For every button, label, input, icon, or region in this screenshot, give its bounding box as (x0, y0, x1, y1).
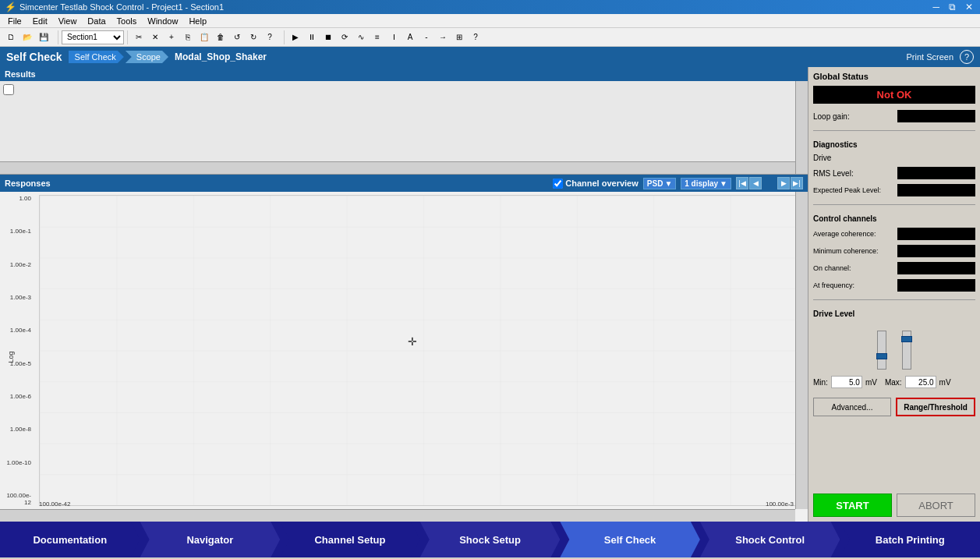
tb-btn5[interactable]: 📋 (196, 30, 212, 45)
nav-first-btn[interactable]: |◀ (736, 177, 748, 189)
tb-btn6[interactable]: 🗑 (213, 30, 228, 45)
sep2 (813, 204, 975, 205)
nav-shock-control[interactable]: Shock Control (700, 522, 840, 557)
tb-r5[interactable]: ∿ (353, 30, 369, 45)
tb-btn1[interactable]: ✂ (131, 30, 147, 45)
menu-file[interactable]: File (3, 16, 27, 27)
advanced-btn[interactable]: Advanced... (813, 398, 891, 416)
results-area (0, 81, 808, 175)
minimize-btn[interactable]: ─ (930, 2, 942, 12)
chart-scrollbar-h[interactable] (0, 509, 795, 522)
control-channels-title: Control channels (813, 214, 975, 223)
restore-btn[interactable]: ⧉ (946, 2, 958, 12)
section-dropdown[interactable]: Section1 (62, 30, 124, 44)
title-bar-left: ⚡ Simcenter Testlab Shock Control - Proj… (5, 2, 224, 12)
global-status-title: Global Status (813, 72, 975, 81)
responses-controls: Channel overview PSD ▼ 1 display ▼ |◀ ◀ … (553, 177, 803, 189)
drive-title: Drive (813, 154, 975, 162)
nav-channel-setup[interactable]: Channel Setup (280, 522, 420, 557)
nav-documentation[interactable]: Documentation (0, 522, 140, 557)
y-tick-mid3: 1.00e-6 (3, 393, 33, 400)
min-coherence-value (897, 245, 975, 257)
expected-peak-value (897, 184, 975, 196)
results-scrollbar-h[interactable] (0, 161, 795, 174)
breadcrumb-selfcheck[interactable]: Self Check (69, 51, 124, 63)
sep3 (813, 299, 975, 300)
psd-dropdown[interactable]: PSD ▼ (643, 178, 676, 189)
tb-btn8[interactable]: ↻ (246, 30, 261, 45)
close-btn[interactable]: ✕ (963, 2, 975, 12)
rms-level-row: RMS Level: (813, 167, 975, 179)
channel-overview-checkbox[interactable] (553, 179, 563, 189)
results-checkbox[interactable] (3, 84, 14, 95)
diagnostics-title: Diagnostics (813, 140, 975, 149)
tb-r3[interactable]: ⏹ (320, 30, 336, 45)
toolbar-sep3 (284, 30, 285, 44)
loop-gain-value (897, 110, 975, 122)
tb-r11[interactable]: ⊞ (451, 30, 467, 45)
tb-r6[interactable]: ≡ (370, 30, 385, 45)
results-header: Results (0, 67, 808, 81)
app-icon: ⚡ (5, 2, 16, 12)
toolbar-group-file: 🗋 📂 💾 (3, 30, 51, 45)
drive-min-row: Min: mV Max: mV (813, 376, 975, 388)
tb-r2[interactable]: ⏸ (304, 30, 320, 45)
tb-btn7[interactable]: ↺ (229, 30, 245, 45)
drive-level-title: Drive Level (813, 310, 975, 318)
slider-right-thumb[interactable] (901, 336, 912, 342)
nav-last-btn[interactable]: ▶| (791, 177, 803, 189)
nav-navigator[interactable]: Navigator (140, 522, 281, 557)
menu-help[interactable]: Help (184, 16, 211, 27)
nav-next-btn[interactable]: ▶ (777, 177, 790, 189)
slider-left-thumb[interactable] (876, 353, 887, 359)
nav-prev-btn[interactable]: ◀ (749, 177, 762, 189)
nav-shock-setup[interactable]: Shock Setup (420, 522, 561, 557)
range-threshold-btn[interactable]: Range/Threshold (896, 398, 975, 416)
menu-tools[interactable]: Tools (112, 16, 142, 27)
display-dropdown[interactable]: 1 display ▼ (681, 178, 731, 189)
results-scrollbar-v[interactable] (795, 81, 808, 174)
responses-label: Responses (5, 179, 51, 188)
menu-window[interactable]: Window (143, 16, 182, 27)
max-value-input[interactable] (905, 376, 936, 388)
tb-btn4[interactable]: ⎘ (180, 30, 196, 45)
chart-scrollbar-v[interactable] (795, 192, 808, 509)
tb-r12[interactable]: ? (468, 30, 483, 45)
slider-right-area[interactable] (902, 331, 911, 370)
tb-btn3[interactable]: + (164, 30, 179, 45)
menu-data[interactable]: Data (83, 16, 110, 27)
tb-r9[interactable]: - (419, 30, 434, 45)
help-btn[interactable]: ? (960, 50, 974, 64)
channel-overview-control: Channel overview (553, 179, 639, 189)
y-tick-mid4: 1.00e-5 (3, 360, 33, 367)
menu-edit[interactable]: Edit (28, 16, 52, 27)
tb-btn2[interactable]: ✕ (147, 30, 163, 45)
svg-rect-0 (40, 196, 807, 505)
new-btn[interactable]: 🗋 (3, 30, 19, 45)
abort-btn[interactable]: ABORT (897, 494, 975, 517)
nav-batch-printing[interactable]: Batch Printing (840, 522, 980, 557)
chart-grid[interactable]: ✛ (39, 195, 808, 506)
slider-left-area[interactable] (877, 331, 886, 370)
breadcrumb-scope[interactable]: Scope (126, 51, 168, 63)
slider-right-track (902, 327, 911, 370)
start-btn[interactable]: START (813, 494, 892, 517)
open-btn[interactable]: 📂 (19, 30, 35, 45)
title-bar-controls: ─ ⧉ ✕ (930, 2, 975, 12)
save-btn[interactable]: 💾 (36, 30, 51, 45)
print-screen-btn[interactable]: Print Screen (906, 52, 953, 62)
at-frequency-row: At frequency: (813, 279, 975, 292)
y-tick-top: 1.00 (3, 195, 33, 202)
menu-bar: File Edit View Data Tools Window Help (0, 14, 980, 28)
tb-r8[interactable]: A (402, 30, 418, 45)
tb-r7[interactable]: Ⅰ (386, 30, 402, 45)
tb-r4[interactable]: ⟳ (337, 30, 352, 45)
min-value-input[interactable] (831, 376, 862, 388)
expected-peak-row: Expected Peak Level: (813, 184, 975, 196)
right-panel: Global Status Not OK Loop gain: Diagnost… (808, 67, 980, 522)
tb-btn9[interactable]: ? (262, 30, 278, 45)
tb-r1[interactable]: ▶ (288, 30, 303, 45)
tb-r10[interactable]: → (435, 30, 451, 45)
nav-self-check[interactable]: Self Check (560, 522, 700, 557)
menu-view[interactable]: View (54, 16, 82, 27)
